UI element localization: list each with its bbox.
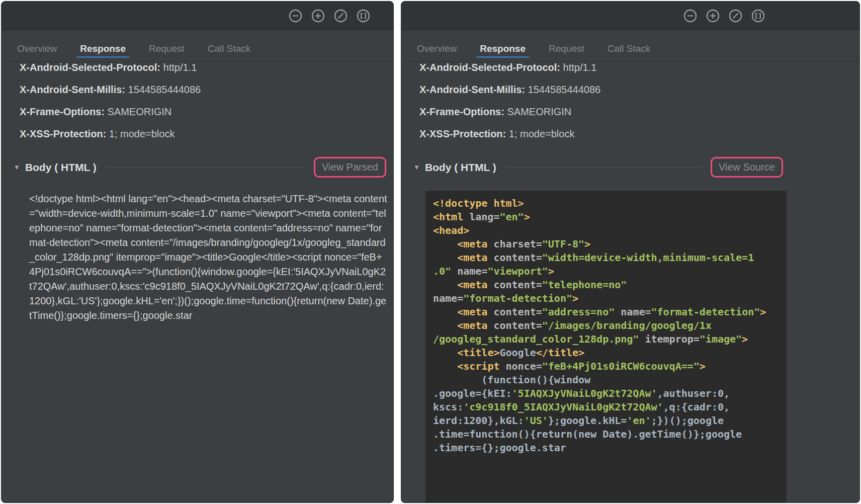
tab-overview[interactable]: Overview — [408, 43, 465, 61]
header-name: X-Android-Selected-Protocol: — [20, 62, 163, 73]
tab-overview[interactable]: Overview — [9, 43, 65, 61]
tab-call-stack[interactable]: Call Stack — [199, 43, 260, 61]
code-line: <meta content="telephone=no" — [433, 278, 787, 292]
response-body-parsed-text: <!doctype html><html lang="en"><head><me… — [29, 192, 387, 323]
header-name: X-Frame-Options: — [20, 106, 107, 117]
detail-tabs: OverviewResponseRequestCall Stack — [401, 30, 859, 62]
response-headers-list: X-Android-Selected-Protocol: http/1.1X-A… — [2, 62, 393, 145]
code-line: /googleg_standard_color_128dp.png" itemp… — [433, 332, 787, 346]
header-name: X-Android-Selected-Protocol: — [419, 62, 563, 73]
code-line: .0" name="viewport"> — [433, 265, 787, 278]
code-line: <meta content="/images/branding/googleg/… — [433, 319, 787, 332]
tab-response[interactable]: Response — [471, 43, 534, 61]
response-header-row: X-Android-Sent-Millis: 1544585444086 — [20, 78, 383, 101]
profiler-toolbar — [2, 2, 393, 30]
code-line: <meta content="address=no" name="format-… — [433, 305, 787, 319]
code-line: kscs:'c9c918f0_5IAQXJyVNaiL0gK2t72QAw',q… — [433, 400, 787, 414]
header-value: http/1.1 — [163, 62, 197, 73]
response-header-row: X-XSS-Protection: 1; mode=block — [419, 123, 849, 145]
code-line: <head> — [433, 224, 787, 237]
zoom-in-icon[interactable] — [311, 9, 325, 23]
header-name: X-Android-Sent-Millis: — [419, 84, 528, 95]
body-section-header: ▼ Body ( HTML ) View Source — [413, 157, 783, 178]
code-line: .google={kEI:'5IAQXJyVNaiL0gK2t72QAw',au… — [433, 387, 787, 400]
code-line: name="format-detection"> — [433, 292, 787, 305]
collapse-triangle-icon[interactable]: ▼ — [413, 163, 420, 171]
code-line: (function(){window — [433, 373, 787, 387]
response-header-row: X-XSS-Protection: 1; mode=block — [20, 123, 383, 145]
body-section-label: Body ( HTML ) — [425, 161, 496, 174]
annotation-highlight-box: View Source — [711, 157, 783, 178]
response-header-row: X-Android-Selected-Protocol: http/1.1 — [20, 62, 383, 78]
body-section-header: ▼ Body ( HTML ) View Parsed — [14, 157, 386, 178]
header-name: X-Frame-Options: — [419, 106, 507, 117]
tab-request[interactable]: Request — [540, 43, 593, 61]
header-value: http/1.1 — [563, 62, 597, 73]
code-line: <!doctype html> — [433, 197, 787, 210]
response-headers-list: X-Android-Selected-Protocol: http/1.1X-A… — [401, 62, 859, 145]
zoom-in-icon[interactable] — [706, 9, 720, 23]
header-name: X-XSS-Protection: — [20, 128, 109, 139]
header-name: X-XSS-Protection: — [419, 128, 509, 139]
code-line: <script nonce="feB+4Pj01s0iRCW6couvqA=="… — [433, 360, 787, 373]
code-line: <html lang="en"> — [433, 210, 787, 224]
zoom-out-icon[interactable] — [683, 9, 697, 23]
detail-tabs: OverviewResponseRequestCall Stack — [2, 30, 393, 62]
view-source-link[interactable]: View Source — [719, 161, 775, 173]
code-line: <meta charset="UTF-8"> — [433, 237, 787, 251]
header-value: 1; mode=block — [509, 128, 575, 139]
profiler-toolbar — [401, 2, 859, 30]
network-response-panel-parsed: OverviewResponseRequestCall Stack X-Andr… — [1, 1, 394, 503]
header-value: 1544585444086 — [528, 84, 601, 95]
zoom-out-icon[interactable] — [289, 9, 302, 23]
response-header-row: X-Frame-Options: SAMEORIGIN — [419, 101, 849, 123]
code-line: <meta content="width=device-width,minimu… — [433, 251, 787, 265]
header-name: X-Android-Sent-Millis: — [20, 84, 128, 95]
reset-zoom-icon[interactable] — [729, 9, 742, 23]
code-line: .timers={};google.star — [433, 441, 787, 455]
collapse-triangle-icon[interactable]: ▼ — [14, 163, 20, 171]
section-divider — [107, 167, 304, 167]
tab-response[interactable]: Response — [71, 43, 134, 61]
response-header-row: X-Android-Sent-Millis: 1544585444086 — [419, 78, 849, 101]
body-section-label: Body ( HTML ) — [25, 161, 97, 174]
zoom-to-selection-icon[interactable] — [357, 9, 370, 23]
network-response-panel-source: OverviewResponseRequestCall Stack X-Andr… — [401, 1, 860, 503]
view-parsed-link[interactable]: View Parsed — [322, 161, 378, 173]
code-line: <title>Google</title> — [433, 346, 787, 360]
response-header-row: X-Android-Selected-Protocol: http/1.1 — [419, 62, 849, 78]
annotation-highlight-box: View Parsed — [314, 157, 386, 178]
header-value: SAMEORIGIN — [107, 106, 171, 117]
reset-zoom-icon[interactable] — [334, 9, 348, 23]
tab-call-stack[interactable]: Call Stack — [599, 43, 659, 61]
tab-request[interactable]: Request — [140, 43, 193, 61]
code-line: ierd:1200},kGL:'US'};google.kHL='en';})(… — [433, 414, 787, 428]
header-value: 1544585444086 — [128, 84, 201, 95]
section-divider — [506, 167, 701, 167]
code-line: .time=function(){return(new Date).getTim… — [433, 428, 787, 441]
header-value: 1; mode=block — [109, 128, 175, 139]
header-value: SAMEORIGIN — [507, 106, 571, 117]
zoom-to-selection-icon[interactable] — [751, 9, 765, 23]
response-body-source-code: <!doctype html><html lang="en"><head> <m… — [425, 191, 787, 503]
response-header-row: X-Frame-Options: SAMEORIGIN — [20, 101, 383, 123]
